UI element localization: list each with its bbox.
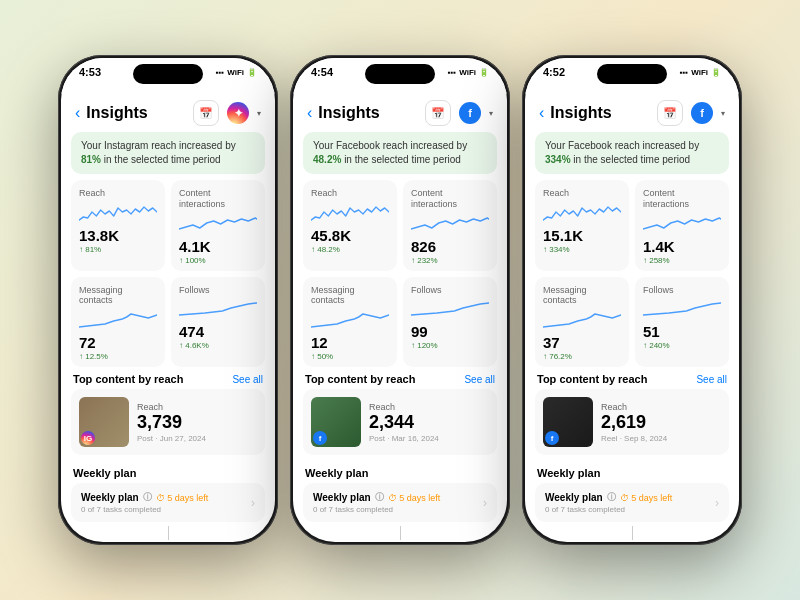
metric-chart: [543, 202, 621, 224]
metric-card: Follows 474 ↑ 4.6K%: [171, 277, 265, 368]
weekly-card[interactable]: Weekly plan ⓘ ⏱ 5 days left 0 of 7 tasks…: [535, 483, 729, 522]
weekly-info: Weekly plan ⓘ ⏱ 5 days left 0 of 7 tasks…: [81, 491, 251, 514]
weekly-card[interactable]: Weekly plan ⓘ ⏱ 5 days left 0 of 7 tasks…: [71, 483, 265, 522]
info-icon: ⓘ: [375, 491, 384, 504]
weekly-days-left: ⏱ 5 days left: [620, 493, 673, 503]
weekly-plan-header: Weekly plan: [61, 461, 275, 483]
metric-label: Content interactions: [411, 188, 489, 210]
metric-chart: [643, 213, 721, 235]
reach-text: Your Facebook reach increased by 48.2% i…: [313, 139, 487, 167]
battery-icon: 🔋: [247, 68, 257, 77]
phone-phone-1: 4:53 ▪▪▪ WiFi 🔋 ‹ Insights: [58, 55, 278, 545]
metrics-grid: Reach 15.1K ↑ 334% Content interactions …: [525, 180, 739, 367]
content-meta: Post · Mar 16, 2024: [369, 434, 489, 443]
metric-value: 474: [179, 323, 257, 340]
dynamic-island: [365, 64, 435, 84]
chevron-down-icon[interactable]: ▾: [257, 109, 261, 118]
weekly-plan-header: Weekly plan: [293, 461, 507, 483]
weekly-plan-section: Weekly plan Weekly plan ⓘ ⏱ 5 days left …: [61, 461, 275, 522]
metric-value: 4.1K: [179, 238, 257, 255]
top-content-card[interactable]: IG Reach 3,739 Post · Jun 27, 2024: [71, 389, 265, 455]
content-platform-icon: IG: [81, 431, 95, 445]
metric-value: 1.4K: [643, 238, 721, 255]
status-bar: 4:52 ▪▪▪ WiFi 🔋: [543, 66, 721, 78]
info-icon: ⓘ: [607, 491, 616, 504]
content-reach-value: 3,739: [137, 412, 257, 433]
reach-highlight: 334%: [545, 154, 571, 165]
metric-label: Reach: [543, 188, 621, 199]
metric-card: Follows 51 ↑ 240%: [635, 277, 729, 368]
metric-card: Reach 45.8K ↑ 48.2%: [303, 180, 397, 271]
calendar-icon[interactable]: 📅: [657, 100, 683, 126]
metric-card: Content interactions 1.4K ↑ 258%: [635, 180, 729, 271]
back-button[interactable]: ‹: [539, 104, 544, 122]
reach-highlight: 48.2%: [313, 154, 341, 165]
metric-change: ↑ 76.2%: [543, 352, 621, 361]
metric-label: Content interactions: [179, 188, 257, 210]
status-icons: ▪▪▪ WiFi 🔋: [680, 68, 721, 77]
content-info: Reach 2,344 Post · Mar 16, 2024: [369, 402, 489, 443]
metric-change: ↑ 334%: [543, 245, 621, 254]
chevron-down-icon[interactable]: ▾: [721, 109, 725, 118]
back-button[interactable]: ‹: [307, 104, 312, 122]
metric-card: Messaging contacts 12 ↑ 50%: [303, 277, 397, 368]
metric-change: ↑ 120%: [411, 341, 489, 350]
see-all-button[interactable]: See all: [696, 374, 727, 385]
metric-chart: [643, 298, 721, 320]
metric-label: Messaging contacts: [311, 285, 389, 307]
battery-icon: 🔋: [479, 68, 489, 77]
weekly-info: Weekly plan ⓘ ⏱ 5 days left 0 of 7 tasks…: [545, 491, 715, 514]
status-bar-area: 4:53 ▪▪▪ WiFi 🔋: [61, 58, 275, 94]
header-right: 📅 f ▾: [657, 100, 725, 126]
app-header: ‹ Insights 📅 f ▾: [525, 94, 739, 130]
back-button[interactable]: ‹: [75, 104, 80, 122]
status-bar: 4:54 ▪▪▪ WiFi 🔋: [311, 66, 489, 78]
metric-change: ↑ 12.5%: [79, 352, 157, 361]
weekly-chevron-icon: ›: [251, 496, 255, 510]
platform-badge: f: [691, 102, 713, 124]
content-meta: Post · Jun 27, 2024: [137, 434, 257, 443]
metric-label: Reach: [79, 188, 157, 199]
battery-icon: 🔋: [711, 68, 721, 77]
calendar-icon[interactable]: 📅: [425, 100, 451, 126]
content-thumbnail: IG: [79, 397, 129, 447]
weekly-plan-section: Weekly plan Weekly plan ⓘ ⏱ 5 days left …: [525, 461, 739, 522]
content-info: Reach 2,619 Reel · Sep 8, 2024: [601, 402, 721, 443]
weekly-card[interactable]: Weekly plan ⓘ ⏱ 5 days left 0 of 7 tasks…: [303, 483, 497, 522]
goal-bar: Weekly goal: [293, 522, 507, 542]
see-all-button[interactable]: See all: [464, 374, 495, 385]
top-content-card[interactable]: f Reach 2,619 Reel · Sep 8, 2024: [535, 389, 729, 455]
goal-line: [400, 526, 401, 540]
app-header: ‹ Insights 📅 f ▾: [293, 94, 507, 130]
weekly-plan-name: Weekly plan ⓘ ⏱ 5 days left: [81, 491, 251, 504]
metric-label: Content interactions: [643, 188, 721, 210]
metric-card: Content interactions 4.1K ↑ 100%: [171, 180, 265, 271]
status-time: 4:53: [79, 66, 101, 78]
page-title: Insights: [86, 104, 147, 122]
info-icon: ⓘ: [143, 491, 152, 504]
header-right: 📅 f ▾: [425, 100, 493, 126]
status-bar: 4:53 ▪▪▪ WiFi 🔋: [79, 66, 257, 78]
weekly-plan-title: Weekly plan: [73, 467, 136, 479]
chevron-down-icon[interactable]: ▾: [489, 109, 493, 118]
weekly-plan-name: Weekly plan ⓘ ⏱ 5 days left: [545, 491, 715, 504]
goal-line: [632, 526, 633, 540]
reach-text: Your Instagram reach increased by 81% in…: [81, 139, 255, 167]
app-header: ‹ Insights 📅 ✦ ▾: [61, 94, 275, 130]
metric-card: Follows 99 ↑ 120%: [403, 277, 497, 368]
goal-indicator: Weekly goal: [61, 526, 275, 542]
metric-chart: [411, 213, 489, 235]
metric-chart: [79, 309, 157, 331]
top-content-title: Top content by reach: [305, 373, 415, 385]
content-reach-label: Reach: [369, 402, 489, 412]
top-content-card[interactable]: f Reach 2,344 Post · Mar 16, 2024: [303, 389, 497, 455]
top-content-title: Top content by reach: [73, 373, 183, 385]
signal-icon: ▪▪▪: [680, 68, 689, 77]
see-all-button[interactable]: See all: [232, 374, 263, 385]
weekly-days-left: ⏱ 5 days left: [156, 493, 209, 503]
metric-value: 12: [311, 334, 389, 351]
goal-bar: Weekly goal: [61, 522, 275, 542]
metric-card: Messaging contacts 72 ↑ 12.5%: [71, 277, 165, 368]
calendar-icon[interactable]: 📅: [193, 100, 219, 126]
metric-chart: [179, 298, 257, 320]
